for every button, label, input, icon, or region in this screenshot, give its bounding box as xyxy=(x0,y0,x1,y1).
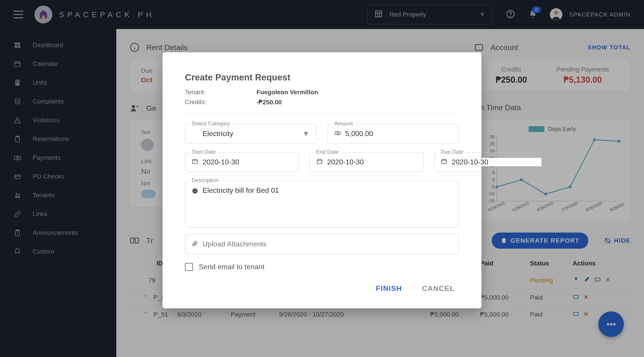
chevron-down-icon: ▼ xyxy=(302,130,310,138)
end-date-label: End Date xyxy=(314,149,341,155)
category-label: Select Category xyxy=(190,120,232,127)
info-icon xyxy=(192,188,198,196)
upload-label: Upload Attachments xyxy=(202,240,266,248)
modal-overlay: Create Payment Request Tenant: Fuegoleon… xyxy=(0,0,644,357)
calendar-icon xyxy=(316,158,323,166)
amount-label: Amount xyxy=(332,120,355,127)
cancel-button[interactable]: CANCEL xyxy=(418,282,459,295)
description-input[interactable] xyxy=(202,186,452,222)
start-date-input[interactable] xyxy=(202,158,292,166)
description-label: Description xyxy=(190,177,221,183)
end-date-input[interactable] xyxy=(327,158,417,166)
money-icon xyxy=(334,130,341,138)
due-date-label: Due Date xyxy=(438,149,466,155)
calendar-icon xyxy=(192,158,198,166)
svg-rect-72 xyxy=(193,159,198,164)
svg-rect-73 xyxy=(317,159,322,164)
tenant-label: Tenant: xyxy=(185,89,256,96)
attachment-icon xyxy=(192,240,198,248)
create-payment-modal: Create Payment Request Tenant: Fuegoleon… xyxy=(162,52,482,308)
credits-label: Credits: xyxy=(185,98,256,106)
calendar-icon xyxy=(441,158,447,166)
upload-attachments[interactable]: Upload Attachments xyxy=(185,234,459,254)
modal-title: Create Payment Request xyxy=(185,72,459,82)
category-select[interactable]: Electricity ▼ xyxy=(185,124,316,143)
finish-button[interactable]: FINISH xyxy=(372,282,406,295)
tools-icon xyxy=(192,130,198,138)
amount-input[interactable] xyxy=(345,130,452,138)
send-email-checkbox[interactable] xyxy=(185,263,193,271)
tenant-value: Fuegoleon Vermillon xyxy=(256,89,459,96)
svg-point-71 xyxy=(337,132,338,134)
category-value: Electricity xyxy=(202,130,233,138)
svg-rect-74 xyxy=(442,159,446,164)
svg-rect-70 xyxy=(335,132,340,135)
due-date-input[interactable] xyxy=(452,158,541,166)
start-date-label: Start Date xyxy=(190,149,218,155)
send-email-label: Send email to tenant xyxy=(199,263,264,271)
credits-value: -₱250.00 xyxy=(256,98,459,106)
